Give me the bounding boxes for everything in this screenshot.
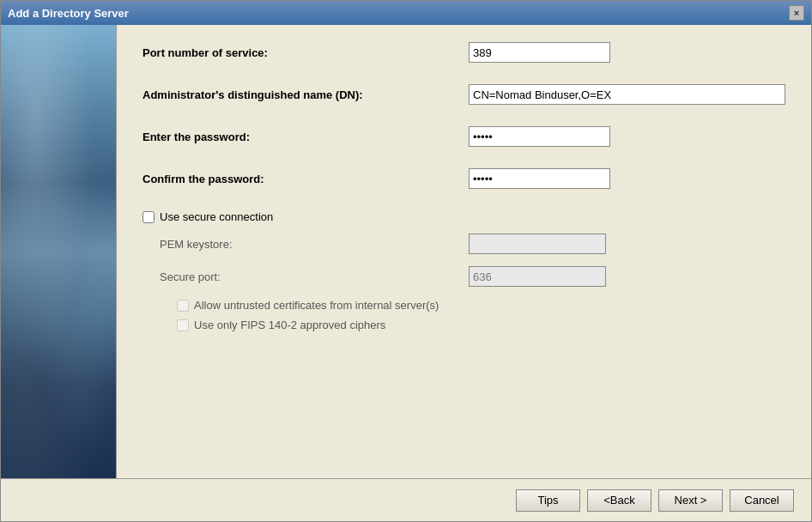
- secure-connection-header: Use secure connection: [142, 210, 785, 223]
- secure-connection-checkbox[interactable]: [142, 211, 155, 223]
- dialog-body: Port number of service: Administrator's …: [1, 25, 811, 478]
- cancel-button[interactable]: Cancel: [730, 489, 794, 512]
- password-row: Enter the password:: [142, 126, 785, 147]
- secure-port-label: Secure port:: [160, 270, 469, 283]
- title-bar: Add a Directory Server ×: [1, 1, 811, 25]
- allow-untrusted-row: Allow untrusted certificates from intern…: [160, 299, 785, 312]
- fips-checkbox[interactable]: [177, 319, 189, 331]
- footer: Tips <Back Next > Cancel: [1, 478, 811, 521]
- secure-port-row: Secure port:: [160, 266, 785, 287]
- admin-dn-label: Administrator's distinguished name (DN):: [142, 88, 469, 101]
- sidebar: [1, 25, 117, 478]
- confirm-password-input[interactable]: [469, 168, 610, 189]
- content-area: Port number of service: Administrator's …: [117, 25, 811, 478]
- sidebar-image: [1, 25, 116, 478]
- port-row: Port number of service:: [142, 42, 785, 63]
- secure-section: Use secure connection PEM keystore: Secu…: [142, 210, 785, 331]
- admin-dn-input[interactable]: [469, 84, 785, 105]
- allow-untrusted-label: Allow untrusted certificates from intern…: [194, 299, 439, 312]
- fips-label: Use only FIPS 140-2 approved ciphers: [194, 319, 385, 331]
- port-label: Port number of service:: [142, 46, 469, 59]
- back-button[interactable]: <Back: [587, 489, 651, 512]
- port-input[interactable]: [469, 42, 610, 63]
- confirm-password-row: Confirm the password:: [142, 168, 785, 189]
- tips-button[interactable]: Tips: [516, 489, 580, 512]
- pem-row: PEM keystore:: [160, 234, 785, 254]
- secure-fields: PEM keystore: Secure port: Allow untrust…: [142, 234, 785, 331]
- admin-dn-row: Administrator's distinguished name (DN):: [142, 84, 785, 105]
- password-input[interactable]: [469, 126, 610, 147]
- dialog-title: Add a Directory Server: [8, 7, 129, 20]
- next-button[interactable]: Next >: [658, 489, 723, 512]
- pem-label: PEM keystore:: [160, 238, 469, 251]
- dialog-window: Add a Directory Server × Port number of …: [0, 0, 812, 522]
- pem-input[interactable]: [469, 234, 606, 254]
- confirm-password-label: Confirm the password:: [142, 173, 469, 185]
- password-label: Enter the password:: [142, 130, 469, 143]
- secure-port-input[interactable]: [469, 266, 606, 287]
- close-button[interactable]: ×: [789, 5, 804, 21]
- allow-untrusted-checkbox[interactable]: [177, 300, 189, 312]
- fips-row: Use only FIPS 140-2 approved ciphers: [160, 319, 785, 331]
- secure-connection-label: Use secure connection: [160, 210, 273, 223]
